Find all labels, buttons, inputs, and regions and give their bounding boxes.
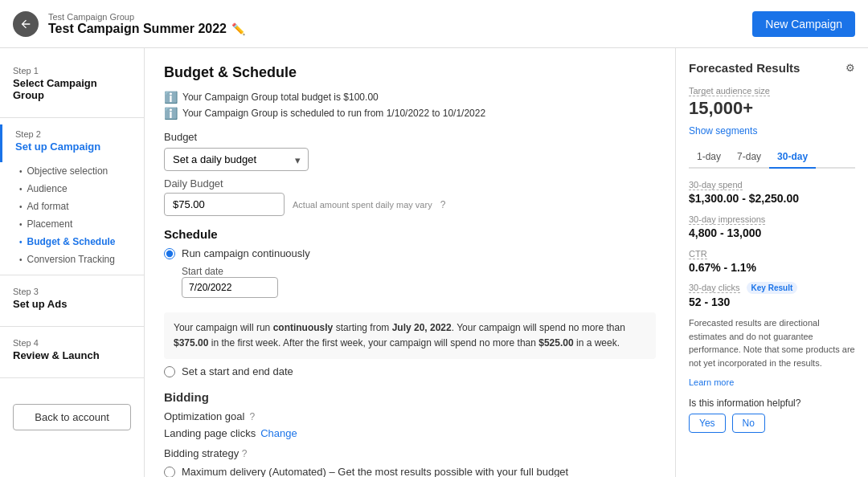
campaign-name: Test Campaign Summer 2022 <box>48 22 227 36</box>
sidebar: Step 1 Select Campaign Group Step 2 Set … <box>0 48 145 477</box>
daily-budget-section: Daily Budget Actual amount spent daily m… <box>164 177 656 216</box>
daily-budget-hint: Actual amount spent daily may vary <box>293 200 432 210</box>
start-date-row: Start date <box>182 266 656 298</box>
info-icon-2: ℹ️ <box>164 107 178 120</box>
nav-left: Test Campaign Group Test Campaign Summer… <box>13 11 245 37</box>
run-info-content: Your campaign will run continuously star… <box>174 322 625 349</box>
schedule-radio-group: Run campaign continuously Start date You… <box>164 247 656 377</box>
radio-start-end-date[interactable]: Set a start and end date <box>164 365 656 377</box>
radio-run-continuously[interactable]: Run campaign continuously <box>164 247 656 259</box>
learn-more-link[interactable]: Learn more <box>689 377 734 387</box>
sidebar-item-budget-schedule[interactable]: Budget & Schedule <box>0 233 144 251</box>
info-icon-1: ℹ️ <box>164 91 178 104</box>
bidding-radio-group: Maximum delivery (Automated) – Get the m… <box>164 466 656 477</box>
metric-ctr: CTR 0.67% - 1.1% <box>689 247 855 274</box>
sidebar-item-objective-selection[interactable]: Objective selection <box>0 162 144 180</box>
opt-goal-help-icon[interactable]: ? <box>249 411 255 422</box>
campaign-titles: Test Campaign Group Test Campaign Summer… <box>48 12 245 36</box>
optimization-goal-row: Optimization goal ? <box>164 410 656 422</box>
step1-title: Select Campaign Group <box>13 77 131 101</box>
radio-start-end-date-label: Set a start and end date <box>182 365 293 377</box>
content-area: Budget & Schedule ℹ️ Your Campaign Group… <box>145 48 675 477</box>
edit-icon[interactable]: ✏️ <box>231 22 245 35</box>
radio-run-continuously-label: Run campaign continuously <box>182 247 310 259</box>
metric-ctr-value: 0.67% - 1.1% <box>689 261 855 274</box>
metric-30day-clicks: 30-day clicks Key Result 52 - 130 <box>689 282 855 308</box>
sidebar-item-ad-format[interactable]: Ad format <box>0 198 144 215</box>
right-panel: Forecasted Results ⚙ Target audience siz… <box>675 48 868 477</box>
sidebar-step4: Step 4 Review & Launch <box>0 333 144 371</box>
metric-clicks-label: 30-day clicks <box>689 283 740 293</box>
start-date-label: Start date <box>182 266 656 277</box>
show-segments-link[interactable]: Show segments <box>689 125 855 137</box>
campaign-group-name: Test Campaign Group <box>48 12 245 22</box>
daily-budget-input-row: Actual amount spent daily may vary ? <box>164 193 656 216</box>
bidding-title: Bidding <box>164 390 656 404</box>
forecast-title: Forecasted Results <box>689 61 800 75</box>
landing-page-row: Landing page clicks Change <box>164 427 656 439</box>
sidebar-step2: Step 2 Set up Campaign <box>0 124 144 162</box>
tab-1-day[interactable]: 1-day <box>689 146 729 169</box>
bidding-strategy-help-icon[interactable]: ? <box>242 448 248 459</box>
metric-spend-label: 30-day spend <box>689 180 743 190</box>
sidebar-item-conversion-tracking[interactable]: Conversion Tracking <box>0 251 144 268</box>
sidebar-item-placement[interactable]: Placement <box>0 215 144 233</box>
step2-title: Set up Campaign <box>15 141 131 153</box>
target-audience-value: 15,000+ <box>689 98 855 119</box>
budget-field-label: Budget <box>164 131 656 143</box>
back-button[interactable] <box>13 11 39 37</box>
info-banner-1: ℹ️ Your Campaign Group total budget is $… <box>164 91 656 104</box>
radio-start-end-date-input[interactable] <box>164 366 175 377</box>
landing-page-label: Landing page clicks <box>164 427 256 439</box>
tab-7-day[interactable]: 7-day <box>729 146 769 169</box>
forecast-note: Forecasted results are directional estim… <box>689 316 855 369</box>
sidebar-step1: Step 1 Select Campaign Group <box>0 61 144 111</box>
budget-select[interactable]: Set a daily budget <box>164 148 309 171</box>
top-navigation: Test Campaign Group Test Campaign Summer… <box>0 0 868 48</box>
metric-ctr-label: CTR <box>689 249 707 259</box>
metric-clicks-label-row: 30-day clicks Key Result <box>689 282 855 294</box>
helpful-question: Is this information helpful? <box>689 398 855 409</box>
metric-30day-impressions: 30-day impressions 4,800 - 13,000 <box>689 213 855 239</box>
helpful-buttons: Yes No <box>689 414 855 433</box>
back-to-account-button[interactable]: Back to account <box>13 404 131 430</box>
radio-max-delivery[interactable]: Maximum delivery (Automated) – Get the m… <box>164 466 656 477</box>
schedule-label: Schedule <box>164 227 656 241</box>
key-result-badge: Key Result <box>747 282 798 294</box>
bidding-strategy-label: Bidding strategy ? <box>164 447 656 459</box>
step4-label: Step 4 <box>13 338 131 348</box>
day-tabs: 1-day 7-day 30-day <box>689 146 855 169</box>
section-title: Budget & Schedule <box>164 64 656 81</box>
daily-budget-help-icon[interactable]: ? <box>440 199 446 210</box>
target-audience-label: Target audience size <box>689 86 770 96</box>
forecast-header: Forecasted Results ⚙ <box>689 61 855 75</box>
no-button[interactable]: No <box>732 414 765 433</box>
change-link[interactable]: Change <box>260 427 297 439</box>
step3-label: Step 3 <box>13 287 131 296</box>
sidebar-step3: Step 3 Set up Ads <box>0 282 144 320</box>
daily-budget-label: Daily Budget <box>164 177 656 190</box>
budget-select-wrapper: Set a daily budget ▾ <box>164 148 309 171</box>
step2-label: Step 2 <box>15 129 131 139</box>
start-date-input[interactable] <box>182 277 278 298</box>
metric-impressions-label: 30-day impressions <box>689 214 765 225</box>
sidebar-item-audience[interactable]: Audience <box>0 180 144 198</box>
bidding-section: Bidding Optimization goal ? Landing page… <box>164 390 656 477</box>
tab-30-day[interactable]: 30-day <box>769 146 816 169</box>
radio-run-continuously-input[interactable] <box>164 248 175 259</box>
campaign-name-row: Test Campaign Summer 2022 ✏️ <box>48 22 245 36</box>
gear-icon[interactable]: ⚙ <box>845 62 855 74</box>
new-campaign-button[interactable]: New Campaign <box>752 11 855 37</box>
radio-max-delivery-input[interactable] <box>164 467 175 477</box>
daily-budget-input[interactable] <box>164 193 285 216</box>
run-info-text: Your campaign will run continuously star… <box>164 312 656 359</box>
optimization-goal-label: Optimization goal <box>164 410 244 422</box>
helpful-row: Is this information helpful? <box>689 398 855 409</box>
step1-label: Step 1 <box>13 66 131 75</box>
metric-30day-spend: 30-day spend $1,300.00 - $2,250.00 <box>689 178 855 205</box>
radio-max-delivery-label: Maximum delivery (Automated) – Get the m… <box>182 466 568 477</box>
step3-title: Set up Ads <box>13 298 131 310</box>
metric-clicks-value: 52 - 130 <box>689 296 855 308</box>
info-banner-2: ℹ️ Your Campaign Group is scheduled to r… <box>164 107 656 120</box>
yes-button[interactable]: Yes <box>689 414 726 433</box>
